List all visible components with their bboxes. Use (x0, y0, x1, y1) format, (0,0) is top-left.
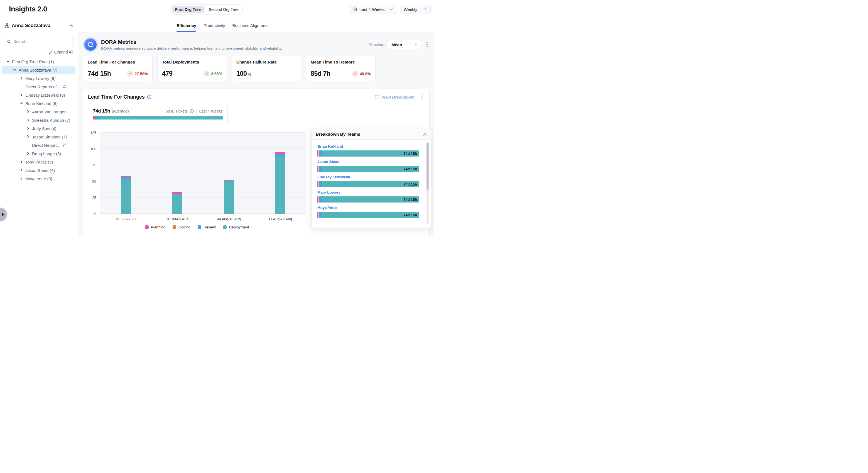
tree-item-sireesha-kunduri-7[interactable]: Sireesha Kunduri (7) (0, 116, 78, 124)
team-stacked-bar: 74d 15h (317, 181, 419, 187)
stacked-bar-04-aug-10-aug[interactable] (224, 132, 234, 214)
aggregation-value: Mean (392, 42, 412, 47)
tree-item-aaron-van-langen[interactable]: Aaron Van Langen... (0, 108, 78, 116)
team-value: 74d 15h (404, 151, 417, 156)
chevron-right-icon[interactable] (26, 119, 30, 121)
panel-scrollbar-track[interactable] (427, 142, 429, 224)
chevron-right-icon[interactable] (20, 169, 23, 172)
filter-sliders-icon[interactable] (62, 143, 66, 147)
chevron-right-icon[interactable] (20, 77, 23, 80)
tree-item-brian-kirkland-6[interactable]: Brian Kirkland (6) (0, 99, 78, 108)
expand-all-button[interactable]: Expand All (0, 50, 73, 55)
tab-business-alignment[interactable]: Business Alignment (232, 19, 269, 32)
lead-time-chart: 0255075100125 (88, 132, 306, 214)
stacked-bar-11-aug-17-aug[interactable] (275, 132, 285, 214)
metric-card-lead-time-for-changes: Lead Time For Changes74d 15h↗27.56% (83, 55, 153, 81)
metric-card-change-failure-rate: Change Failure Rate100% (231, 55, 301, 81)
tree-item-jason-simpson-7[interactable]: Jason Simpson (7) (0, 132, 78, 141)
tree-item-direct-reports-of-a[interactable]: Direct Reports of A... (0, 83, 78, 91)
tree-item-label: Judy Saw (4) (32, 126, 57, 131)
tree-item-direct-reports[interactable]: Direct Reports ... (0, 141, 78, 149)
team-segment-deployment: 74d 15h (322, 212, 419, 218)
tree-item-label: Aaron Van Langen... (32, 110, 70, 114)
tab-productivity[interactable]: Productivity (204, 19, 225, 32)
info-icon[interactable] (147, 95, 151, 99)
team-name-link[interactable]: Brian Kirkland (317, 144, 343, 148)
team-segment-review (319, 150, 322, 156)
tree-item-label: Mary Lowery (6) (25, 76, 55, 81)
filter-sliders-icon[interactable] (62, 85, 66, 89)
bar-slots (100, 132, 306, 214)
tree-item-label: Doug Lange (3) (32, 151, 61, 156)
segment-review (121, 177, 131, 180)
dora-title: DORA Metrics (101, 39, 282, 45)
stacked-bar-21-jul-27-jul[interactable] (121, 132, 131, 214)
section-kebab-menu[interactable] (420, 93, 425, 100)
team-stacked-bar: 74d 15h (317, 212, 419, 218)
tree-item-lindsay-liszewski-8[interactable]: Lindsay Liszewski (8) (0, 91, 78, 99)
metric-value: 479 (162, 70, 172, 78)
dora-kebab-menu[interactable] (425, 41, 430, 48)
x-tick-label: 11 Aug-17 Aug (254, 217, 306, 221)
chevron-right-icon[interactable] (20, 160, 23, 163)
chart-plot-area (100, 132, 306, 214)
y-tick-label: 75 (92, 163, 96, 167)
stacked-bar-28-jul-03-aug[interactable] (172, 132, 182, 214)
x-tick-label: 28 Jul-03 Aug (152, 217, 203, 221)
tree-item-tony-pallas-5[interactable]: Tony Pallas (5) (0, 158, 78, 166)
team-name-link[interactable]: Lindsay Liszewski (317, 175, 350, 179)
org-toggle-first-org-tree[interactable]: First Org Tree (172, 6, 204, 13)
chevron-right-icon[interactable] (26, 110, 30, 113)
legend-swatch (145, 225, 149, 229)
aggregation-select[interactable]: Mean (388, 40, 421, 49)
date-range-select[interactable]: Last 4 Weeks (349, 5, 396, 14)
y-tick-label: 0 (94, 212, 96, 216)
chevron-down-icon[interactable] (20, 102, 23, 105)
team-name-link[interactable]: Mary Lowery (317, 190, 340, 195)
tree-item-mary-lowery-6[interactable]: Mary Lowery (6) (0, 74, 78, 83)
view-breakdown-button[interactable]: View Breakdown (375, 95, 414, 99)
dora-loop-icon (84, 38, 97, 51)
chevron-down-icon[interactable] (6, 61, 10, 63)
tree-item-judy-saw-4[interactable]: Judy Saw (4) (0, 124, 78, 132)
delta-value: 27.56% (135, 71, 148, 76)
team-name-link[interactable]: Maya Yette (317, 206, 337, 210)
tree-item-jason-stead-4[interactable]: Jason Stead (4) (0, 166, 78, 174)
metric-unit: % (248, 72, 251, 77)
trend-badge: ↗27.56% (127, 71, 148, 77)
chevron-right-icon[interactable] (26, 127, 30, 130)
tab-efficiency[interactable]: Efficiency (177, 19, 196, 32)
chevron-right-icon[interactable] (26, 152, 30, 155)
team-segment-deployment: 74d 15h (322, 197, 419, 203)
team-segment-deployment: 74d 15h (322, 181, 419, 187)
legend-swatch (223, 225, 227, 229)
tree-item-first-org-tree-root-1[interactable]: First Org Tree Root (1) (0, 57, 78, 66)
tree-item-anna-scozzafava-7[interactable]: Anna Scozzafava (7) (2, 66, 75, 74)
tree-item-label: Jason Stead (4) (25, 168, 55, 173)
panel-scrollbar-thumb[interactable] (427, 142, 429, 190)
granularity-select[interactable]: Weekly (400, 5, 431, 14)
avg-segment-review (95, 116, 100, 119)
section-title: Lead Time For Changes (88, 94, 145, 100)
expand-corners-icon (375, 95, 379, 99)
search-input[interactable] (13, 39, 71, 44)
close-icon[interactable] (423, 132, 427, 136)
legend-label: Review (204, 225, 216, 229)
org-toggle-second-org-tree[interactable]: Second Org Tree (206, 6, 242, 13)
team-name-link[interactable]: Jason Stead (317, 159, 340, 164)
org-hierarchy-icon (4, 23, 9, 28)
legend-item-deployment: Deployment (223, 225, 249, 229)
tree-item-maya-yette-3[interactable]: Maya Yette (3) (0, 174, 78, 183)
tree-item-label: Anna Scozzafava (7) (19, 68, 57, 72)
chevron-down-icon[interactable] (13, 69, 17, 71)
legend-label: Deployment (229, 225, 249, 229)
info-icon[interactable] (190, 109, 194, 113)
chevron-right-icon[interactable] (26, 136, 30, 138)
metric-title: Change Failure Rate (236, 60, 297, 64)
chevron-right-icon[interactable] (20, 94, 23, 96)
collapse-sidebar-chevron[interactable] (70, 25, 73, 27)
chevron-right-icon[interactable] (20, 177, 23, 180)
tree-item-doug-lange-3[interactable]: Doug Lange (3) (0, 149, 78, 158)
legend-swatch (198, 225, 201, 229)
team-row-lindsay-liszewski: Lindsay Liszewski74d 15h (317, 174, 419, 187)
